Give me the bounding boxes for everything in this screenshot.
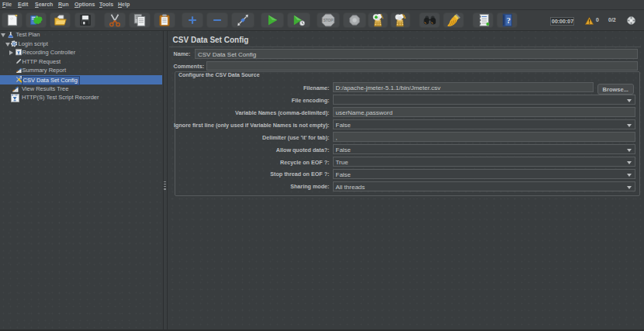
svg-text:?: ? [507, 16, 511, 25]
svg-text:STOP: STOP [324, 19, 334, 22]
